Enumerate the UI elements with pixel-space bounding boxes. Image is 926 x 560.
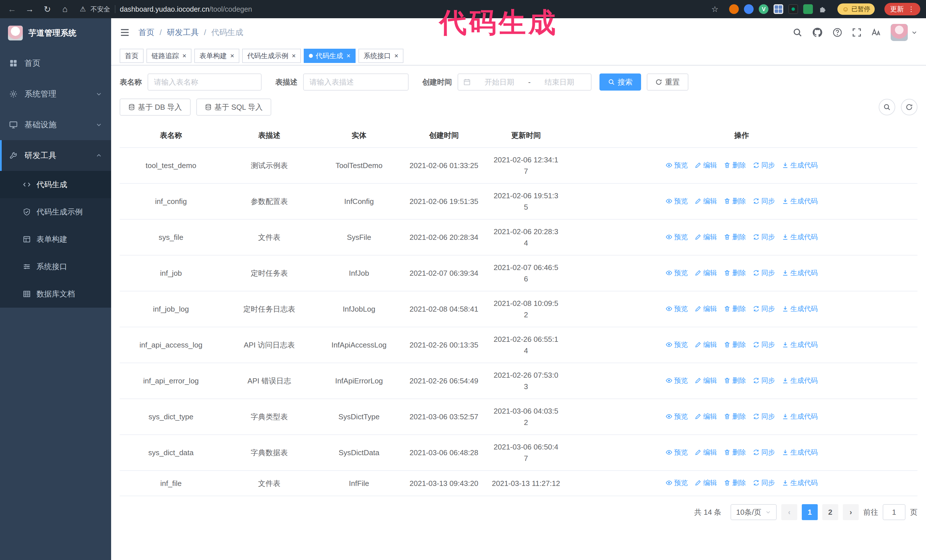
user-avatar[interactable]: [891, 24, 908, 41]
action-preview[interactable]: 预览: [666, 303, 688, 314]
action-delete[interactable]: 删除: [724, 267, 746, 279]
reset-button[interactable]: 重置: [647, 74, 688, 91]
extension-icon-people[interactable]: [773, 4, 783, 14]
action-generate-code[interactable]: 生成代码: [782, 195, 818, 207]
github-icon[interactable]: [812, 27, 823, 38]
hamburger-menu-icon[interactable]: [120, 27, 130, 38]
date-range-picker[interactable]: 开始日期 - 结束日期: [458, 74, 592, 91]
page-button-1[interactable]: 1: [802, 504, 818, 520]
action-generate-code[interactable]: 生成代码: [782, 303, 818, 314]
tab-close-icon[interactable]: ×: [292, 53, 296, 59]
sidebar-subitem-system-api[interactable]: 系统接口: [0, 253, 111, 280]
tab-trace[interactable]: 链路追踪 ×: [147, 49, 191, 63]
sidebar-subitem-db-doc[interactable]: 数据库文档: [0, 280, 111, 308]
action-preview[interactable]: 预览: [666, 160, 688, 171]
action-edit[interactable]: 编辑: [694, 303, 717, 314]
page-size-select[interactable]: 10条/页: [731, 504, 777, 520]
font-size-icon[interactable]: [871, 28, 881, 37]
action-preview[interactable]: 预览: [666, 477, 688, 489]
action-sync[interactable]: 同步: [753, 160, 775, 171]
action-preview[interactable]: 预览: [666, 375, 688, 386]
action-delete[interactable]: 删除: [724, 339, 746, 350]
search-button[interactable]: 搜索: [599, 74, 641, 91]
action-preview[interactable]: 预览: [666, 339, 688, 350]
back-icon[interactable]: ←: [6, 4, 18, 14]
action-edit[interactable]: 编辑: [694, 339, 717, 350]
action-edit[interactable]: 编辑: [694, 267, 717, 279]
action-generate-code[interactable]: 生成代码: [782, 339, 818, 350]
action-generate-code[interactable]: 生成代码: [782, 160, 818, 171]
action-generate-code[interactable]: 生成代码: [782, 267, 818, 279]
help-icon[interactable]: [832, 28, 842, 37]
action-generate-code[interactable]: 生成代码: [782, 477, 818, 489]
tab-system-api[interactable]: 系统接口 ×: [359, 49, 404, 63]
action-edit[interactable]: 编辑: [694, 411, 717, 422]
tab-codegen-example[interactable]: 代码生成示例 ×: [242, 49, 301, 63]
action-preview[interactable]: 预览: [666, 267, 688, 279]
extension-icon-vue[interactable]: V: [759, 4, 769, 14]
import-db-button[interactable]: 基于 DB 导入: [120, 98, 191, 116]
prev-page-button[interactable]: ‹: [781, 504, 797, 520]
action-generate-code[interactable]: 生成代码: [782, 447, 818, 458]
sidebar-item-infra[interactable]: 基础设施: [0, 109, 111, 140]
action-sync[interactable]: 同步: [753, 195, 775, 207]
action-delete[interactable]: 删除: [724, 411, 746, 422]
action-edit[interactable]: 编辑: [694, 231, 717, 243]
action-sync[interactable]: 同步: [753, 375, 775, 386]
sidebar-subitem-codegen-example[interactable]: 代码生成示例: [0, 198, 111, 226]
extensions-puzzle-icon[interactable]: [818, 4, 828, 14]
sidebar-item-system[interactable]: 系统管理: [0, 78, 111, 109]
reload-icon[interactable]: ↻: [41, 4, 54, 14]
action-sync[interactable]: 同步: [753, 303, 775, 314]
tab-close-icon[interactable]: ×: [182, 53, 186, 59]
paused-badge[interactable]: ☺ 已暂停: [837, 3, 875, 15]
action-preview[interactable]: 预览: [666, 195, 688, 207]
action-preview[interactable]: 预览: [666, 231, 688, 243]
extension-icon-green[interactable]: [803, 4, 813, 14]
action-preview[interactable]: 预览: [666, 411, 688, 422]
tab-close-icon[interactable]: ×: [346, 53, 351, 59]
action-delete[interactable]: 删除: [724, 303, 746, 314]
action-delete[interactable]: 删除: [724, 375, 746, 386]
address-bar[interactable]: ⚠ 不安全 dashboard.yudao.iocoder.cn/tool/co…: [80, 5, 252, 14]
toggle-search-button[interactable]: [879, 99, 895, 115]
bookmark-star-icon[interactable]: ☆: [711, 5, 718, 14]
table-name-input[interactable]: [148, 74, 262, 91]
goto-page-input[interactable]: [883, 504, 905, 520]
refresh-table-button[interactable]: [901, 99, 917, 115]
action-generate-code[interactable]: 生成代码: [782, 411, 818, 422]
forward-icon[interactable]: →: [23, 4, 36, 14]
user-menu[interactable]: [891, 24, 917, 41]
extension-icon-dark[interactable]: [788, 4, 798, 14]
fullscreen-icon[interactable]: [852, 28, 862, 37]
browser-menu-icon[interactable]: ⋮: [908, 5, 915, 13]
breadcrumb-item-devtools[interactable]: 研发工具: [167, 27, 199, 38]
action-edit[interactable]: 编辑: [694, 195, 717, 207]
tab-home[interactable]: 首页: [120, 49, 144, 63]
action-generate-code[interactable]: 生成代码: [782, 231, 818, 243]
action-sync[interactable]: 同步: [753, 339, 775, 350]
sidebar-item-devtools[interactable]: 研发工具: [0, 140, 111, 171]
action-edit[interactable]: 编辑: [694, 447, 717, 458]
home-icon[interactable]: ⌂: [59, 4, 71, 14]
action-sync[interactable]: 同步: [753, 411, 775, 422]
update-button[interactable]: 更新 ⋮: [884, 3, 920, 15]
next-page-button[interactable]: ›: [843, 504, 859, 520]
page-button-2[interactable]: 2: [822, 504, 838, 520]
action-preview[interactable]: 预览: [666, 447, 688, 458]
sidebar-item-home[interactable]: 首页: [0, 48, 111, 78]
tab-codegen[interactable]: 代码生成 ×: [304, 49, 356, 63]
tab-close-icon[interactable]: ×: [230, 53, 234, 59]
action-delete[interactable]: 删除: [724, 447, 746, 458]
action-edit[interactable]: 编辑: [694, 160, 717, 171]
import-sql-button[interactable]: 基于 SQL 导入: [196, 98, 272, 116]
action-edit[interactable]: 编辑: [694, 375, 717, 386]
extension-icon-blue[interactable]: [744, 4, 754, 14]
action-sync[interactable]: 同步: [753, 267, 775, 279]
action-delete[interactable]: 删除: [724, 231, 746, 243]
breadcrumb-item-home[interactable]: 首页: [138, 27, 154, 38]
action-delete[interactable]: 删除: [724, 477, 746, 489]
extension-icon-orange[interactable]: [729, 4, 739, 14]
sidebar-subitem-codegen[interactable]: 代码生成: [0, 171, 111, 198]
sidebar-subitem-form-builder[interactable]: 表单构建: [0, 226, 111, 253]
